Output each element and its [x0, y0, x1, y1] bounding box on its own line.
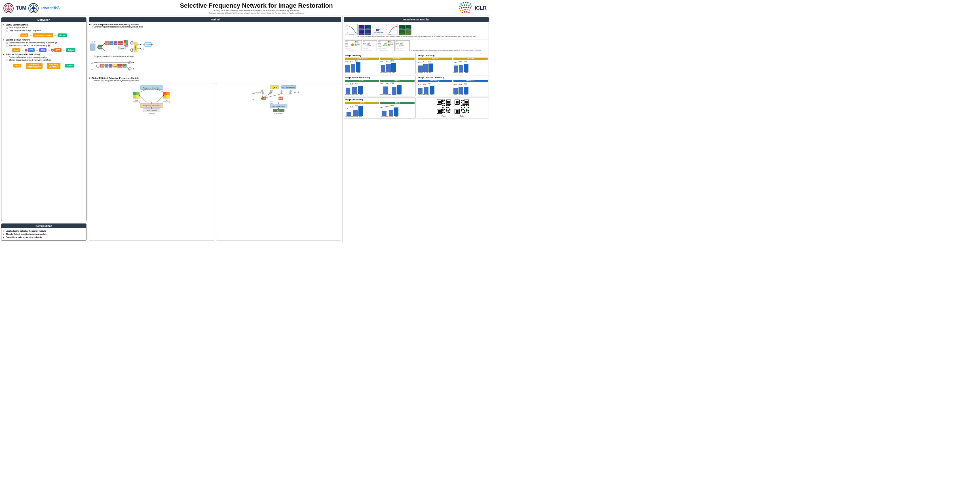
- freq-mod-diagram: x_h x_l + GAP FC FC: [89, 59, 341, 75]
- bar-ours-10: 32.40 Ours: [394, 107, 398, 118]
- svg-point-8: [460, 3, 462, 5]
- svg-text:-100 -50 0: -100 -50 0: [363, 48, 368, 49]
- bar-rect: [386, 64, 391, 72]
- spatial-flow: Input → Spatial Attention → Output: [5, 33, 82, 37]
- svg-rect-234: [442, 103, 444, 104]
- tum-logo: TUM: [16, 5, 26, 11]
- svg-line-95: [126, 63, 129, 65]
- test100-label: Test100: [418, 57, 452, 60]
- svg-rect-111: [137, 92, 140, 95]
- qr-code-label: Code: [460, 115, 464, 117]
- bar-rect: [458, 87, 463, 94]
- iterations-number: 101: [375, 29, 380, 32]
- svg-text:Windows Reverse: Windows Reverse: [282, 86, 294, 88]
- svg-rect-117: [163, 92, 167, 95]
- method-header: Method: [89, 17, 341, 22]
- bar-rect: [358, 86, 363, 94]
- svg-line-39: [102, 43, 105, 46]
- dense-haze-subgroup: Dense-Haze 16.62 DeHamer 16.91: [380, 57, 415, 73]
- svg-text:FC: FC: [105, 65, 107, 67]
- arrow-4: →: [35, 48, 38, 52]
- svg-point-16: [466, 5, 468, 6]
- svg-rect-233: [442, 101, 444, 102]
- svg-rect-212: [388, 44, 389, 45]
- svg-rect-261: [465, 101, 468, 103]
- svg-rect-284: [463, 112, 464, 113]
- svg-rect-279: [466, 108, 467, 110]
- bar-label: IFAN: [454, 94, 457, 95]
- svg-rect-119: [163, 95, 167, 99]
- spatial-input-box: Input: [21, 33, 29, 37]
- svg-text:0.004: 0.004: [345, 41, 348, 43]
- svg-rect-236: [442, 105, 444, 107]
- svg-point-29: [469, 10, 471, 11]
- svg-rect-280: [461, 110, 462, 111]
- svg-rect-274: [461, 107, 462, 108]
- svg-text:BN: BN: [115, 43, 117, 44]
- bar-rect: [424, 87, 428, 94]
- gesf-desc: Efficient frequency selection with globa…: [92, 80, 341, 81]
- variance-plots-row: 0.05 0.04 0.03 10¹ 10² Iterations Varian…: [345, 24, 488, 35]
- svg-text:Concat: Concat: [113, 65, 117, 67]
- dpdd-single-subgroup: DPDD-Single 25.72 DRBNet 25.98: [418, 80, 452, 95]
- module-diagram: Concat Windows Reverse ⊕ W₁ ⊕ W₂ ⊕: [216, 83, 341, 241]
- row-deblurring: Image Motion Deblurring GoPro 32.92 Rest…: [344, 75, 489, 96]
- svg-text:Split: Split: [277, 110, 280, 112]
- svg-rect-271: [464, 105, 465, 107]
- bar-transweather-1: 31.76 TransWeather: [345, 112, 353, 118]
- spatial-domain-title: Spatial Domain Network: [3, 24, 84, 26]
- desnowing-group: Image Desnowing CSD 31.76 TransWeather: [344, 97, 416, 119]
- lasf-desc: Dynamic frequency separation via theoret…: [92, 26, 341, 28]
- selective-sub-2: Efficient frequency attention & No inver…: [6, 59, 84, 62]
- pipeline-label: Pipeline: [90, 113, 213, 115]
- freq-mod-svg: x_h x_l + GAP FC FC: [90, 59, 153, 75]
- bar-rect: [389, 110, 393, 116]
- bar-label: TransWeather: [345, 116, 353, 118]
- arrow-7: →: [22, 64, 25, 67]
- variance-section: 0.05 0.04 0.03 10¹ 10² Iterations Varian…: [344, 23, 489, 38]
- bar-label: Ours: [429, 72, 433, 73]
- pipeline-diagram: Frequency Modulation Low Frequency: [89, 83, 215, 241]
- svg-point-9: [463, 2, 464, 4]
- svg-text:high: high: [251, 92, 255, 94]
- svg-rect-254: [449, 112, 450, 113]
- svg-rect-54: [126, 45, 128, 47]
- svg-rect-248: [442, 110, 444, 111]
- freq-decomp-box: FrequencyDecomposition: [26, 63, 43, 69]
- bar-rect: [423, 64, 428, 72]
- svg-text:0.04: 0.04: [346, 29, 348, 30]
- svg-text:⊙: ⊙: [131, 49, 133, 51]
- bar-label: NAFNet: [353, 116, 358, 118]
- dehazing-group: Image Dehazing SOTS-Indoor 36.63 DeHamer: [344, 53, 416, 74]
- svg-text:2ε×1×1: 2ε×1×1: [294, 91, 299, 93]
- tencent-logo: Tencent 腾讯: [41, 6, 60, 10]
- bar-restormer-1: 32.92 Restormer: [345, 88, 351, 95]
- deraining-title: Image Deraining: [418, 54, 488, 57]
- bar-rect: [418, 65, 423, 72]
- selective-input-box: Input: [13, 64, 21, 67]
- svg-rect-273: [468, 105, 469, 107]
- iterations-label: 101 Iterations: [374, 32, 383, 33]
- svg-text:ξ·h×w: ξ·h×w: [269, 103, 273, 104]
- dehazing-title: Image Dehazing: [345, 54, 415, 57]
- bar-ours-8: 26.34 Ours: [464, 87, 468, 95]
- svg-text:Ours: Ours: [356, 45, 358, 46]
- bar-label: Ours: [465, 94, 468, 95]
- svg-text:Ours: Ours: [389, 45, 391, 46]
- svg-point-17: [468, 5, 470, 6]
- svg-text:Frequency: Frequency: [133, 101, 140, 103]
- svg-text:10¹: 10¹: [345, 33, 347, 35]
- bar-label: MAXIM: [459, 72, 463, 73]
- chinese-academy-logo: [29, 3, 38, 13]
- svg-point-13: [460, 6, 461, 7]
- qr-code-group: Code: [454, 99, 469, 117]
- arrow-2: →: [54, 34, 57, 37]
- bar-drbnet-1: 25.72 DRBNet: [418, 88, 423, 95]
- svg-text:Split: Split: [99, 46, 102, 48]
- spectral-sub-1: Not flexible to select the important fre…: [6, 42, 84, 44]
- bar-rect: [383, 86, 388, 94]
- qr-code-svg: [454, 99, 469, 115]
- bar-rect: [418, 88, 423, 94]
- svg-rect-276: [468, 107, 469, 108]
- svg-text:Variance difference: Variance difference: [347, 49, 356, 51]
